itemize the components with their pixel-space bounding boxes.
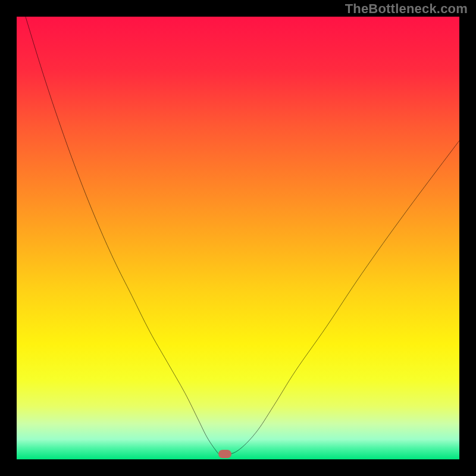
bottleneck-curve xyxy=(17,17,459,459)
optimal-marker-icon xyxy=(218,450,231,458)
plot-area xyxy=(17,17,459,459)
chart-frame: TheBottleneck.com xyxy=(0,0,476,476)
attribution-label: TheBottleneck.com xyxy=(345,1,468,17)
